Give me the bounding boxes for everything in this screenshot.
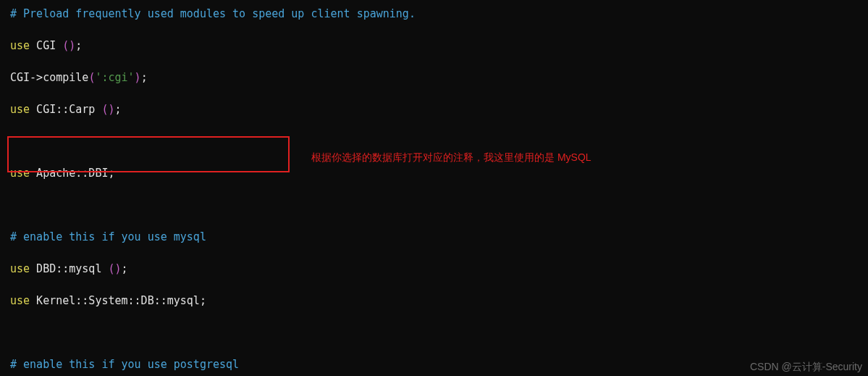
annotation-text: 根据你选择的数据库打开对应的注释，我这里使用的是 MySQL	[311, 149, 591, 165]
comment-line: # enable this if you use mysql	[10, 230, 206, 243]
code-block: # Preload frequently used modules to spe…	[10, 6, 858, 376]
keyword-use: use	[10, 294, 30, 307]
keyword-use: use	[10, 167, 30, 180]
watermark: CSDN @云计算-Security	[750, 359, 862, 375]
semicolon: ;	[200, 294, 206, 307]
module-name: Kernel::System::DB::mysql	[30, 294, 200, 307]
module-name: DBD::mysql	[30, 262, 108, 275]
parens: ()	[108, 262, 121, 275]
module-name: Apache::DBI	[30, 167, 108, 180]
parens: ()	[62, 39, 75, 52]
comment-line: # Preload frequently used modules to spe…	[10, 7, 416, 20]
call-expr: CGI->compile	[10, 71, 88, 84]
keyword-use: use	[10, 39, 30, 52]
semicolon: ;	[122, 262, 128, 275]
comment-line: # enable this if you use postgresql	[10, 358, 239, 371]
string-literal: ':cgi'	[95, 71, 134, 84]
keyword-use: use	[10, 262, 30, 275]
paren-close: )	[135, 71, 141, 84]
keyword-use: use	[10, 103, 30, 116]
semicolon: ;	[115, 103, 122, 116]
semicolon: ;	[75, 39, 82, 52]
module-name: CGI	[30, 39, 62, 52]
semicolon: ;	[141, 71, 148, 84]
parens: ()	[101, 103, 114, 116]
module-name: CGI::Carp	[30, 103, 101, 116]
semicolon: ;	[108, 167, 114, 180]
